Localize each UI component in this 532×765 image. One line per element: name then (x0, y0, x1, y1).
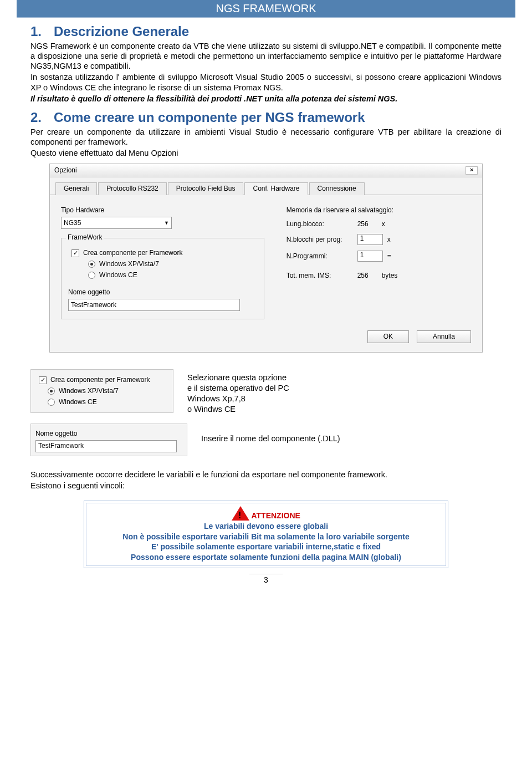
create-component-checkbox[interactable]: ✓Crea componente per Framework (71, 249, 257, 257)
snippet-radio-xp[interactable]: Windows XP/Vista/7 (48, 387, 168, 395)
snippet-objlabel: Nome oggetto (35, 430, 182, 438)
object-name-input[interactable]: TestFramework (68, 299, 240, 311)
framework-groupbox: FrameWork ✓Crea componente per Framework… (61, 238, 264, 319)
section2-title: 2.Come creare un componente per NGS fram… (30, 109, 502, 126)
mem-lungblocco-label: Lung.blocco: (287, 220, 353, 228)
snippet-panel-objectname: Nome oggetto TestFramework (30, 424, 187, 456)
after-p1: Successivamente occorre decidere le vari… (30, 470, 502, 480)
section1-p1: NGS Framework è un componente creato da … (30, 41, 502, 71)
ok-button[interactable]: OK (367, 330, 409, 343)
section1-p3: Il risultato è quello di ottenere la fle… (30, 94, 502, 104)
tab-connessione[interactable]: Connessione (309, 182, 365, 195)
cancel-button[interactable]: Annulla (417, 330, 471, 343)
radio-winxp[interactable]: Windows XP/Vista/7 (88, 260, 257, 268)
radio-wince[interactable]: Windows CE (88, 271, 257, 279)
mem-nprog-input[interactable]: 1 (357, 251, 383, 262)
options-dialog: Opzioni ✕ Generali Protocollo RS232 Prot… (49, 164, 483, 353)
dialog-tabs: Generali Protocollo RS232 Protocollo Fie… (50, 177, 482, 195)
snippet-checkbox[interactable]: ✓Crea componente per Framework (39, 376, 168, 384)
tab-generali[interactable]: Generali (55, 182, 97, 195)
snippet-panel-framework: ✓Crea componente per Framework Windows X… (30, 369, 173, 413)
section2-p2: Questo viene effettuato dal Menu Opzioni (30, 148, 502, 158)
framework-legend: FrameWork (66, 233, 104, 242)
snippet-radio-ce[interactable]: Windows CE (48, 398, 168, 406)
object-name-label: Nome oggetto (68, 288, 257, 297)
warning-title: ATTENZIONE (251, 511, 300, 520)
mem-tot-label: Tot. mem. IMS: (287, 272, 353, 280)
snippet2-text: Inserire il nome del componente (.DLL) (201, 424, 340, 444)
section1-p2: In sostanza utilizzando l' ambiente di s… (30, 72, 502, 92)
tab-confhardware[interactable]: Conf. Hardware (244, 182, 308, 195)
tab-rs232[interactable]: Protocollo RS232 (98, 182, 166, 195)
snippet-objinput[interactable]: TestFramework (35, 440, 177, 452)
warning-l2: Non è possibile esportare variabili Bit … (122, 532, 409, 541)
warning-l4: Possono essere esportate solamente funzi… (131, 553, 401, 562)
chevron-down-icon: ▼ (164, 220, 169, 226)
warning-box: ATTENZIONE Le variabili devono essere gl… (84, 501, 448, 568)
mem-nblocchi-label: N.blocchi per prog: (287, 236, 353, 244)
dialog-title: Opzioni (54, 166, 77, 175)
tab-fieldbus[interactable]: Protocollo Field Bus (168, 182, 244, 195)
hardware-label: Tipo Hardware (61, 206, 264, 215)
hardware-combo[interactable]: NG35▼ (61, 217, 172, 229)
section2-p1: Per creare un componente da utilizzare i… (30, 127, 502, 147)
close-button[interactable]: ✕ (466, 166, 478, 175)
warning-l1: Le variabili devono essere globali (204, 522, 328, 531)
mem-nprog-label: N.Programmi: (287, 252, 353, 261)
snippet1-text: Selezionare questa opzione e il sistema … (187, 369, 289, 414)
after-p2: Esistono i seguenti vincoli: (30, 481, 502, 491)
mem-nblocchi-input[interactable]: 1 (357, 234, 383, 245)
section1-title: 1.Descrizione Generale (30, 23, 502, 40)
mem-lungblocco-value: 256 (357, 220, 377, 228)
page-header: NGS FRAMEWORK (17, 0, 515, 18)
warning-l3: E' possibile solamente esportare variabi… (151, 542, 381, 551)
page-number: 3 (249, 574, 283, 585)
mem-header: Memoria da riservare al salvataggio: (287, 206, 471, 215)
warning-icon (232, 506, 249, 521)
mem-tot-value: 256 (357, 272, 377, 280)
